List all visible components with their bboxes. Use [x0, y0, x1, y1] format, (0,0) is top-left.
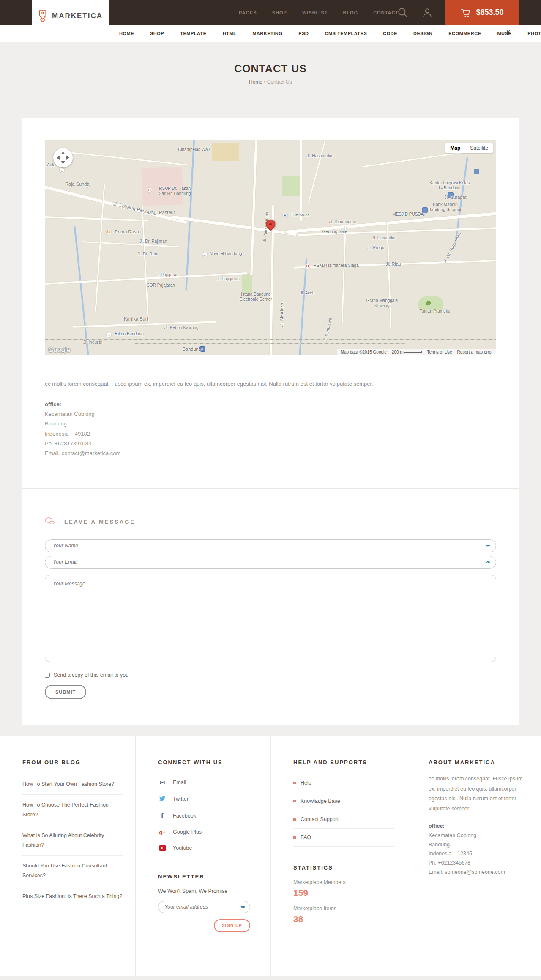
header-nav-pages[interactable]: PAGES: [239, 10, 257, 15]
twitter-link[interactable]: Twitter: [158, 791, 259, 807]
signup-button[interactable]: SIGN UP: [214, 919, 250, 932]
youtube-icon: [158, 845, 167, 852]
blog-column-heading: FROM OUR BLOG: [22, 759, 123, 766]
blog-post-link[interactable]: How To Choose The Perfect Fashion Store?: [22, 795, 123, 825]
pen-icon: ✒: [485, 559, 490, 565]
map-scale: 200 m: [392, 350, 422, 354]
cart-button[interactable]: $653.50: [445, 0, 519, 25]
address-line: Indonesia – 12345: [429, 849, 529, 859]
email-link[interactable]: ✉ Email: [158, 774, 259, 791]
blog-post-link[interactable]: What is So Alluring About Celebrity Fash…: [22, 825, 123, 856]
map-railway: [135, 343, 406, 344]
newsletter-heading: NEWSLETTER: [158, 873, 259, 880]
more-categories-chevron-icon[interactable]: ≫: [505, 30, 511, 35]
map-label: Graha Manggala Siliwangi: [363, 298, 401, 309]
cart-icon: [460, 8, 471, 18]
menu-item-template[interactable]: TEMPLATE: [180, 31, 206, 36]
terms-of-use-link[interactable]: Terms of Use: [427, 350, 452, 354]
header-nav-contact[interactable]: CONTACT: [373, 10, 399, 15]
statistics-heading: STATISTICS: [293, 865, 394, 871]
contact-support-link[interactable]: Contact Support: [293, 810, 394, 829]
knowledge-base-link[interactable]: Knowladge Base: [293, 792, 394, 810]
help-link[interactable]: Help: [293, 774, 394, 792]
menu-item-marketing[interactable]: MARKETING: [252, 31, 282, 36]
map-zone-park: [282, 176, 300, 196]
map-label: Hilton Bandung: [115, 332, 144, 336]
menu-item-ecommerce[interactable]: ECOMMERCE: [448, 31, 481, 36]
pan-down-arrow-icon[interactable]: [61, 161, 65, 164]
footer-blog-column: FROM OUR BLOG How To Start Your Own Fash…: [0, 736, 135, 976]
pan-up-arrow-icon[interactable]: [61, 151, 65, 154]
map-label: Bandung: [183, 346, 201, 351]
blog-post-link[interactable]: How To Start Your Own Fashion Store?: [22, 774, 123, 795]
search-icon[interactable]: [397, 7, 408, 18]
blog-post-link[interactable]: Should You Use Fashion Consultant Servic…: [22, 856, 123, 886]
pan-right-arrow-icon[interactable]: [66, 156, 69, 160]
tag-icon: [38, 10, 48, 22]
breadcrumb-home[interactable]: Home: [249, 79, 262, 85]
map-label: Jl. Kebon Kawung: [164, 325, 199, 330]
user-account-icon[interactable]: [422, 7, 433, 18]
map-poi-building-icon: [474, 169, 479, 174]
google-plus-icon: g+: [158, 829, 167, 835]
leave-message-section: LEAVE A MESSAGE ✒ ✒ Send a copy of this …: [22, 517, 519, 699]
menu-item-shop[interactable]: SHOP: [150, 31, 164, 36]
name-input[interactable]: [45, 539, 496, 552]
map-label: Jl. Diponegoro: [329, 220, 356, 224]
send-copy-checkbox[interactable]: [45, 673, 50, 678]
submit-button[interactable]: SUBMIT: [45, 685, 86, 699]
google-plus-link[interactable]: g+ Google Plus: [158, 824, 259, 840]
breadcrumb-separator: ›: [264, 79, 265, 85]
map-label: Jl. Hasanudin: [306, 154, 332, 158]
newsletter-email-input[interactable]: [158, 901, 250, 913]
map-label: The Kiosk: [291, 212, 309, 217]
menu-item-photo-stocks[interactable]: PHOTO STOCKS: [527, 31, 541, 36]
pan-left-arrow-icon[interactable]: [57, 156, 60, 160]
message-textarea[interactable]: [45, 575, 496, 662]
youtube-link[interactable]: Youtube: [158, 840, 259, 856]
about-office-address: office: Kecamatan Coblong Bandung. Indon…: [429, 822, 529, 877]
menu-item-home[interactable]: HOME: [119, 31, 134, 36]
map-label: Jl. Industri: [83, 340, 103, 345]
menu-item-code[interactable]: CODE: [383, 31, 397, 36]
map-road: [307, 140, 326, 203]
section-divider: [22, 488, 519, 489]
menu-item-psd[interactable]: PSD: [298, 31, 309, 36]
map-scalebar: [404, 351, 422, 353]
map-type-map-button[interactable]: Map: [445, 143, 465, 153]
map-label: MESJID PUSDAI: [392, 212, 425, 217]
map-road: [300, 140, 302, 222]
email-input[interactable]: [45, 556, 496, 569]
menu-item-design[interactable]: DESIGN: [413, 31, 432, 36]
brand-logo[interactable]: MARKETICA: [32, 0, 109, 32]
top-header: MARKETICA PAGES SHOP WISHLIST BLOG CONTA…: [0, 0, 541, 25]
page-title: CONTACT US: [0, 63, 541, 75]
map-type-satellite-button[interactable]: Satellite: [465, 143, 493, 153]
facebook-link[interactable]: f Facebook: [158, 807, 259, 824]
map-road: [45, 215, 149, 222]
map-label: Kantor Imigrasi Kelas I - Bandung: [429, 181, 471, 191]
breadcrumb-current: Contact Us: [267, 79, 292, 85]
google-logo[interactable]: Google: [48, 346, 70, 354]
map-attribution: Map data ©2015 Google 200 m Terms of Use…: [337, 349, 496, 355]
faq-link[interactable]: FAQ: [293, 829, 394, 847]
report-map-error-link[interactable]: Report a map error: [457, 350, 493, 354]
about-column-heading: ABOUT MARKETICA: [429, 759, 529, 766]
connect-column-heading: CONNECT WITH US: [158, 759, 259, 766]
stat-value: 38: [293, 914, 394, 924]
office-address: office: Kecamatan Coblong Bandung. Indon…: [45, 399, 496, 458]
brand-name: MARKETICA: [52, 12, 103, 20]
facebook-icon: f: [158, 812, 167, 820]
twitter-icon: [158, 796, 167, 803]
blog-post-link[interactable]: Plus Size Fashion: Is There Such a Thing…: [22, 886, 123, 907]
send-copy-label: Send a copy of this email to you: [54, 672, 128, 678]
map-label: Raja Sunda: [65, 181, 90, 187]
header-nav-shop[interactable]: SHOP: [272, 10, 287, 15]
header-nav-wishlist[interactable]: WISHLIST: [302, 10, 328, 15]
header-nav-blog[interactable]: BLOG: [343, 10, 358, 15]
form-heading-row: LEAVE A MESSAGE: [45, 517, 496, 527]
menu-item-html[interactable]: HTML: [223, 31, 237, 36]
menu-item-cms-templates[interactable]: CMS TEMPLATES: [325, 31, 367, 36]
map-pan-control: [53, 148, 73, 167]
google-map[interactable]: Ψ Ψ H H H ⌂ ⌂ ⌂ ≡ Cihampelas Walk Jl. Ha…: [45, 140, 496, 355]
